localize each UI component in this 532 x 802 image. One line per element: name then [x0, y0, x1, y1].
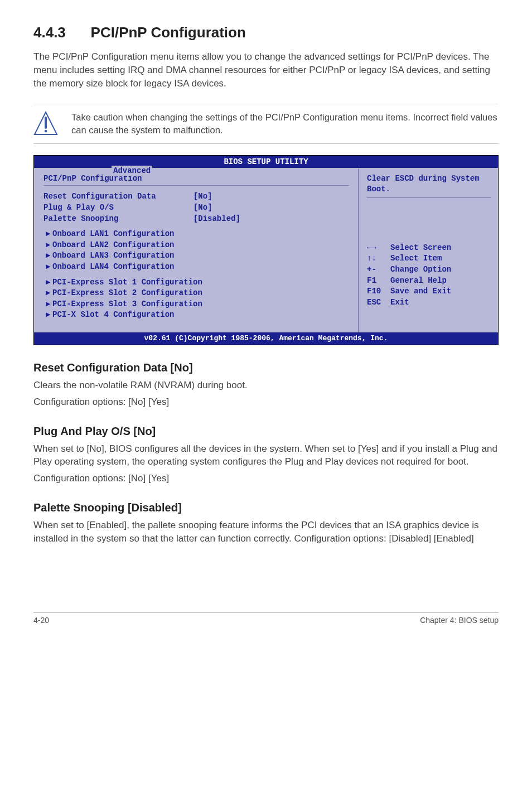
section-header: 4.4.3 PCI/PnP Configuration [33, 22, 499, 42]
subsection-text: Clears the non-volatile RAM (NVRAM) duri… [33, 379, 499, 392]
bios-submenu-lan3[interactable]: ▶Onboard LAN3 Configuration [46, 250, 349, 262]
submenu-label: PCI-Express Slot 1 Configuration [52, 278, 202, 287]
page-footer: 4-20 Chapter 4: BIOS setup [33, 612, 499, 626]
triangle-icon: ▶ [46, 250, 52, 262]
submenu-label: PCI-Express Slot 2 Configuration [52, 288, 202, 297]
bios-title: BIOS SETUP UTILITY [224, 157, 308, 166]
triangle-icon: ▶ [46, 288, 52, 299]
bios-option-palette-snooping[interactable]: Palette Snooping [Disabled] [43, 214, 349, 225]
bios-footer: v02.61 (C)Copyright 1985-2006, American … [34, 332, 498, 345]
bios-submenu-group-pci: ▶PCI-Express Slot 1 Configuration ▶PCI-E… [46, 277, 349, 321]
bios-submenu-group-lan: ▶Onboard LAN1 Configuration ▶Onboard LAN… [46, 229, 349, 272]
submenu-label: Onboard LAN3 Configuration [52, 251, 174, 260]
caution-note: Take caution when changing the settings … [33, 104, 499, 144]
svg-point-2 [45, 129, 47, 132]
bios-submenu-lan4[interactable]: ▶Onboard LAN4 Configuration [46, 262, 349, 273]
bios-submenu-pcix4[interactable]: ▶PCI-X Slot 4 Configuration [46, 310, 349, 321]
bios-key-exit: ESC Exit [367, 297, 491, 308]
triangle-icon: ▶ [46, 229, 52, 240]
submenu-label: PCI-X Slot 4 Configuration [52, 310, 174, 319]
submenu-label: Onboard LAN4 Configuration [52, 262, 174, 271]
subsection-text: Configuration options: [No] [Yes] [33, 472, 499, 485]
triangle-icon: ▶ [46, 299, 52, 310]
bios-option-plug-and-play-os[interactable]: Plug & Play O/S [No] [43, 202, 349, 214]
subsection-text: Configuration options: [No] [Yes] [33, 395, 499, 409]
section-number: 4.4.3 [33, 22, 66, 42]
submenu-label: Onboard LAN1 Configuration [52, 229, 174, 238]
intro-paragraph: The PCI/PnP Configuration menu items all… [33, 50, 499, 90]
bios-screen: BIOS SETUP UTILITY Advanced PCI/PnP Conf… [33, 155, 499, 345]
bios-help-text: Clear ESCD during System Boot. [367, 173, 491, 198]
subheading-plug-and-play: Plug And Play O/S [No] [33, 423, 499, 439]
submenu-label: PCI-Express Slot 3 Configuration [52, 299, 202, 308]
bios-submenu-lan2[interactable]: ▶Onboard LAN2 Configuration [46, 240, 349, 251]
bios-main: PCI/PnP Configuration Reset Configuratio… [34, 168, 498, 332]
bios-tabbar: Advanced [112, 166, 152, 177]
bios-submenu-pcie2[interactable]: ▶PCI-Express Slot 2 Configuration [46, 288, 349, 299]
bios-left-panel: PCI/PnP Configuration Reset Configuratio… [34, 168, 359, 332]
bios-key-select-item: ↑↓ Select Item [367, 253, 491, 264]
submenu-label: Onboard LAN2 Configuration [52, 240, 174, 249]
bios-key-select-screen: ←→ Select Screen [367, 243, 491, 254]
bios-submenu-lan1[interactable]: ▶Onboard LAN1 Configuration [46, 229, 349, 240]
bios-key-save-exit: F10 Save and Exit [367, 286, 491, 297]
bios-submenu-pcie3[interactable]: ▶PCI-Express Slot 3 Configuration [46, 299, 349, 310]
section-title: PCI/PnP Configuration [91, 22, 246, 42]
caution-text: Take caution when changing the settings … [71, 111, 499, 137]
bios-tab-advanced[interactable]: Advanced [112, 166, 152, 175]
chapter-label: Chapter 4: BIOS setup [420, 615, 499, 626]
subheading-reset-config: Reset Configuration Data [No] [33, 360, 499, 375]
caution-icon [33, 110, 58, 138]
triangle-icon: ▶ [46, 240, 52, 251]
bios-submenu-pcie1[interactable]: ▶PCI-Express Slot 1 Configuration [46, 277, 349, 288]
bios-topbar: BIOS SETUP UTILITY Advanced [34, 156, 498, 168]
page-number: 4-20 [33, 615, 49, 626]
subheading-palette-snooping: Palette Snooping [Disabled] [33, 500, 499, 515]
bios-key-general-help: F1 General Help [367, 276, 491, 287]
triangle-icon: ▶ [46, 262, 52, 273]
bios-right-panel: Clear ESCD during System Boot. ←→ Select… [359, 168, 498, 332]
bios-key-change-option: +- Change Option [367, 264, 491, 276]
triangle-icon: ▶ [46, 310, 52, 321]
subsection-text: When set to [Enabled], the pallete snoop… [33, 519, 499, 545]
bios-option-reset-config-data[interactable]: Reset Configuration Data [No] [43, 191, 349, 202]
triangle-icon: ▶ [46, 277, 52, 288]
bios-panel-title: PCI/PnP Configuration [43, 173, 349, 186]
subsection-text: When set to [No], BIOS configures all th… [33, 442, 499, 469]
